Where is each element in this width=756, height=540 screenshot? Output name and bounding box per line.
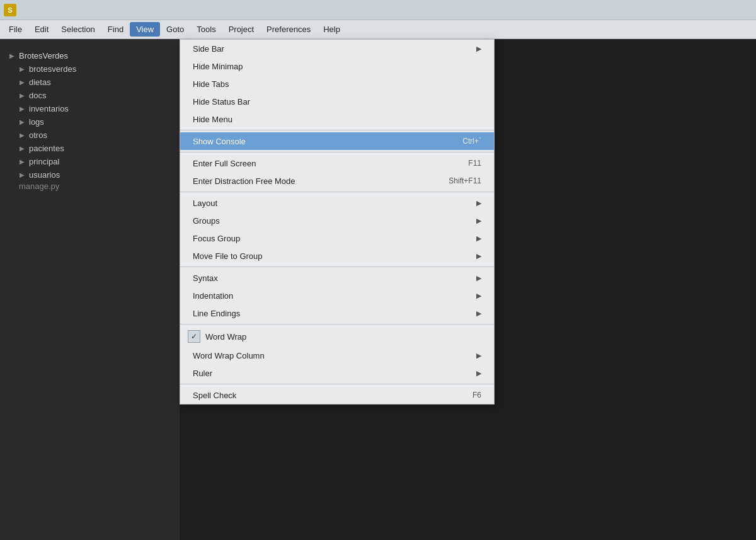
chevron-right-icon: ▶	[18, 144, 26, 153]
folder-label: usuarios	[29, 170, 60, 180]
folder-label: pacientes	[29, 144, 64, 153]
submenu-arrow-icon: ▶	[476, 217, 481, 225]
view-menu-dropdown[interactable]: Side Bar▶Hide MinimapHide TabsHide Statu…	[180, 39, 495, 405]
submenu-arrow-icon: ▶	[476, 274, 481, 282]
submenu-arrow-icon: ▶	[476, 292, 481, 300]
folder-label: brotesverdes	[29, 64, 76, 74]
menu-item-enter-full-screen[interactable]: Enter Full ScreenF11	[180, 154, 494, 172]
menu-item-label: Focus Group	[193, 234, 476, 243]
menu-item-syntax[interactable]: Syntax▶	[180, 269, 494, 287]
menu-item-edit[interactable]: Edit	[28, 22, 55, 37]
chevron-right-icon: ▶	[18, 78, 26, 87]
menu-item-label: Show Console	[193, 137, 462, 146]
menu-separator	[180, 152, 494, 152]
sidebar-root-folder[interactable]: ▶BrotesVerdes	[0, 49, 180, 62]
chevron-right-icon: ▶	[18, 171, 26, 180]
menu-separator	[180, 384, 494, 384]
menu-item-preferences[interactable]: Preferences	[260, 22, 317, 37]
menu-item-label: Word Wrap Column	[193, 351, 476, 360]
folder-label: inventarios	[29, 104, 69, 113]
menu-separator	[180, 130, 494, 130]
menu-item-label: Hide Status Bar	[193, 97, 481, 106]
folder-label: logs	[29, 117, 44, 127]
sidebar-file-manage.py[interactable]: manage.py	[0, 181, 180, 191]
chevron-right-icon: ▶	[18, 91, 26, 100]
chevron-right-icon: ▶	[18, 105, 26, 113]
menu-item-hide-minimap[interactable]: Hide Minimap	[180, 57, 494, 75]
menu-item-focus-group[interactable]: Focus Group▶	[180, 229, 494, 247]
menu-item-label: Enter Full Screen	[193, 159, 468, 168]
chevron-right-icon: ▶	[18, 65, 26, 74]
menu-item-enter-distraction-free-mode[interactable]: Enter Distraction Free ModeShift+F11	[180, 172, 494, 190]
menu-item-side-bar[interactable]: Side Bar▶	[180, 40, 494, 57]
menu-separator	[180, 324, 494, 325]
menu-item-label: Layout	[193, 198, 476, 208]
sidebar-folder-otros[interactable]: ▶otros	[0, 129, 180, 142]
menu-item-view[interactable]: View	[130, 22, 160, 37]
menu-shortcut: Shift+F11	[449, 176, 481, 185]
chevron-right-icon: ▶	[8, 52, 16, 60]
sidebar-folder-docs[interactable]: ▶docs	[0, 89, 180, 102]
menu-item-help[interactable]: Help	[317, 22, 346, 37]
chevron-right-icon: ▶	[18, 118, 26, 127]
menu-item-label: Spell Check	[193, 391, 472, 400]
folder-label: dietas	[29, 78, 51, 87]
folder-label: BrotesVerdes	[19, 51, 68, 60]
submenu-arrow-icon: ▶	[476, 352, 481, 360]
sidebar-folder-pacientes[interactable]: ▶pacientes	[0, 142, 180, 155]
menu-item-label: Groups	[193, 216, 476, 226]
menu-item-label: Line Endings	[193, 309, 476, 318]
menu-item-label: Move File to Group	[193, 251, 476, 261]
submenu-arrow-icon: ▶	[476, 252, 481, 260]
title-bar: S	[0, 0, 756, 20]
menu-item-selection[interactable]: Selection	[55, 22, 101, 37]
sidebar-folder-inventarios[interactable]: ▶inventarios	[0, 102, 180, 115]
submenu-arrow-icon: ▶	[476, 234, 481, 243]
menu-item-hide-menu[interactable]: Hide Menu	[180, 110, 494, 128]
menu-item-label: Hide Tabs	[193, 79, 481, 89]
menu-item-label: Syntax	[193, 273, 476, 283]
menu-item-show-console[interactable]: Show ConsoleCtrl+`	[180, 132, 494, 150]
sidebar-folder-logs[interactable]: ▶logs	[0, 115, 180, 129]
sidebar-folder-principal[interactable]: ▶principal	[0, 155, 180, 168]
chevron-right-icon: ▶	[18, 131, 26, 140]
menu-separator	[180, 267, 494, 267]
sidebar-folder-dietas[interactable]: ▶dietas	[0, 76, 180, 89]
submenu-arrow-icon: ▶	[476, 369, 481, 377]
menu-item-label: Enter Distraction Free Mode	[193, 176, 449, 186]
folder-label: docs	[29, 91, 46, 100]
menu-item-hide-status-bar[interactable]: Hide Status Bar	[180, 93, 494, 110]
submenu-arrow-icon: ▶	[476, 309, 481, 318]
menu-separator	[180, 192, 494, 192]
menu-shortcut: F11	[468, 159, 481, 168]
menu-item-find[interactable]: Find	[101, 22, 130, 37]
menu-item-move-file-to-group[interactable]: Move File to Group▶	[180, 247, 494, 265]
submenu-arrow-icon: ▶	[476, 199, 481, 207]
menu-item-line-endings[interactable]: Line Endings▶	[180, 304, 494, 322]
menu-item-groups[interactable]: Groups▶	[180, 212, 494, 229]
chevron-right-icon: ▶	[18, 158, 26, 166]
menu-item-goto[interactable]: Goto	[160, 22, 190, 37]
menu-item-label: Ruler	[193, 369, 476, 378]
menu-item-label: Word Wrap	[205, 332, 481, 342]
menu-item-hide-tabs[interactable]: Hide Tabs	[180, 75, 494, 93]
menu-item-file[interactable]: File	[3, 22, 28, 37]
menu-item-project[interactable]: Project	[222, 22, 260, 37]
menu-item-word-wrap[interactable]: ✓Word Wrap	[180, 326, 494, 347]
folder-label: principal	[29, 157, 59, 166]
menu-item-ruler[interactable]: Ruler▶	[180, 364, 494, 382]
sidebar-folder-usuarios[interactable]: ▶usuarios	[0, 168, 180, 181]
menu-item-word-wrap-column[interactable]: Word Wrap Column▶	[180, 347, 494, 364]
menu-item-label: Hide Menu	[193, 115, 481, 124]
menu-item-layout[interactable]: Layout▶	[180, 194, 494, 212]
folder-label: otros	[29, 130, 47, 140]
menu-item-indentation[interactable]: Indentation▶	[180, 287, 494, 304]
menu-item-label: Indentation	[193, 291, 476, 301]
menu-item-tools[interactable]: Tools	[190, 22, 222, 37]
sidebar-folder-brotesverdes[interactable]: ▶brotesverdes	[0, 62, 180, 76]
app-icon: S	[4, 4, 16, 16]
menu-item-spell-check[interactable]: Spell CheckF6	[180, 386, 494, 404]
checkbox-icon: ✓	[188, 330, 200, 343]
submenu-arrow-icon: ▶	[476, 45, 481, 53]
sidebar: ▶BrotesVerdes▶brotesverdes▶dietas▶docs▶i…	[0, 39, 180, 540]
